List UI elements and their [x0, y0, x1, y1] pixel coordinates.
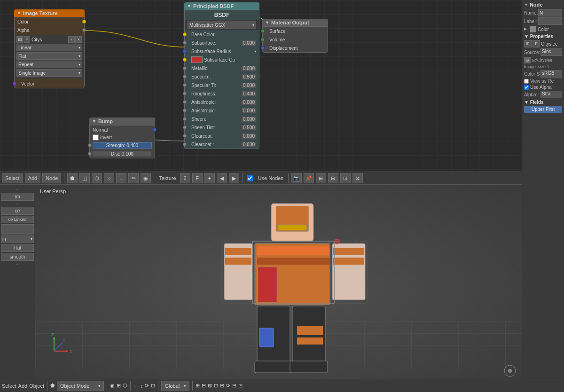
node-material-output-header[interactable]: ▼ Material Output — [262, 19, 328, 26]
bottom-icon-4[interactable]: ↔ — [133, 383, 139, 389]
mode-icon-5[interactable]: □ — [116, 173, 126, 183]
bottom-select-btn[interactable]: Select — [2, 383, 16, 389]
add-button[interactable]: Add — [25, 173, 41, 183]
mode-icon-3[interactable]: ⬡ — [92, 173, 102, 183]
subsurface-socket[interactable] — [183, 41, 187, 45]
dist-field[interactable]: Dist: 0.100 — [93, 151, 152, 157]
view-icon-1[interactable]: ⊞ — [316, 173, 326, 183]
strength-field[interactable]: Strength: 0.400 — [93, 142, 152, 149]
name-input[interactable] — [538, 9, 562, 16]
label-input[interactable] — [538, 17, 562, 25]
mode-icon-2[interactable]: ◫ — [79, 173, 90, 183]
anisotropic-rot-socket[interactable] — [183, 109, 187, 112]
bottom-icon-2[interactable]: ⊞ — [117, 383, 121, 389]
roughness-socket[interactable] — [183, 92, 187, 95]
vector-socket-in[interactable] — [13, 82, 16, 86]
normal-socket-out[interactable] — [153, 128, 157, 132]
strength-socket[interactable] — [88, 143, 92, 147]
upper-first-btn[interactable]: Upper First — [524, 106, 562, 113]
bottom-icon-7[interactable]: ⊡ — [151, 383, 155, 389]
specular-socket[interactable] — [183, 75, 187, 78]
projection-dropdown[interactable]: Flat ▾ — [16, 52, 82, 60]
bsdf-socket-out[interactable] — [260, 75, 261, 76]
slot-number[interactable]: 6 — [180, 173, 190, 183]
new-icon[interactable]: + — [68, 36, 75, 43]
img-icon[interactable]: 🖼 — [16, 36, 23, 43]
view-icon-3[interactable]: ⊡ — [340, 173, 351, 183]
node-button[interactable]: Node — [42, 173, 61, 183]
mode-icon-6[interactable]: ✏ — [128, 173, 139, 183]
bottom-icon-8[interactable]: ⊞ — [196, 383, 200, 389]
bottom-icon-12[interactable]: ⊞ — [220, 383, 224, 389]
color-space-value[interactable]: sRGB — [540, 70, 562, 78]
source-value[interactable]: Sinc — [540, 48, 562, 56]
viewport-3d[interactable]: User Persp — [35, 185, 522, 392]
surface-socket[interactable] — [261, 29, 265, 33]
alpha-mode-value[interactable]: Stra — [540, 91, 562, 98]
view-icon-4[interactable]: ⊠ — [352, 173, 363, 183]
bottom-object-btn[interactable]: Object — [29, 383, 44, 389]
nav-right-icon[interactable]: ▶ — [229, 173, 239, 183]
bottom-add-btn[interactable]: Add — [18, 383, 28, 389]
metallic-socket[interactable] — [183, 66, 187, 70]
alpha-socket-out[interactable] — [82, 28, 86, 32]
nav-left-icon[interactable]: ◀ — [217, 173, 227, 183]
bottom-icon-5[interactable]: ↕ — [141, 383, 143, 389]
mode-icon-4[interactable]: ○ — [104, 173, 114, 183]
node-image-texture-header[interactable]: ▼ Image Texture — [14, 9, 85, 17]
pin-icon[interactable]: 📌 — [304, 173, 314, 183]
bottom-icon-6[interactable]: ⟳ — [145, 383, 149, 389]
mode-icon-7[interactable]: ◉ — [141, 173, 151, 183]
anisotropic-socket[interactable] — [183, 100, 187, 104]
source-dropdown[interactable]: Single Image ▾ — [16, 69, 82, 77]
node-principled-header[interactable]: ▼ Principled BSDF — [184, 2, 259, 10]
img-icon2[interactable]: F — [24, 36, 30, 43]
left-dropdown[interactable]: in ▾ — [1, 235, 34, 243]
distribution-dropdown[interactable]: Multiscatter GGX ▾ — [188, 21, 256, 29]
sheen-tint-socket[interactable] — [183, 125, 187, 129]
slot-letter[interactable]: F — [192, 173, 203, 183]
render-icon[interactable]: 📷 — [291, 173, 302, 183]
subsurface-radius-socket[interactable] — [183, 49, 187, 53]
subsurface-color-socket[interactable] — [183, 58, 187, 62]
node-bump-header[interactable]: ▼ Bump — [89, 118, 155, 125]
repeat-dropdown[interactable]: Repeat ▾ — [16, 61, 82, 68]
select-button[interactable]: Select — [2, 173, 23, 183]
dist-socket[interactable] — [88, 152, 92, 156]
left-btn-rm[interactable]: rm — [1, 193, 34, 201]
invert-checkbox[interactable] — [93, 134, 99, 141]
icon-btn-1[interactable]: ⊞ — [524, 40, 532, 47]
object-mode-dropdown[interactable]: Object Mode ▾ — [57, 381, 104, 391]
bottom-icon-9[interactable]: ⊟ — [202, 383, 206, 389]
left-input-1[interactable] — [1, 224, 34, 234]
use-alpha-checkbox[interactable] — [524, 85, 529, 90]
color-swatch[interactable] — [530, 26, 536, 32]
clearcoat-socket[interactable] — [183, 134, 187, 138]
use-nodes-checkbox[interactable] — [247, 175, 253, 181]
interpolation-dropdown[interactable]: Linear ▾ — [16, 44, 82, 51]
bottom-icon-13[interactable]: ⟳ — [226, 383, 230, 389]
icon-btn-2[interactable]: F — [533, 40, 540, 47]
displacement-socket[interactable] — [261, 46, 265, 50]
global-dropdown[interactable]: Global ▾ — [161, 381, 189, 391]
left-btn-smooth[interactable]: smooth — [1, 253, 34, 261]
specular-tint-socket[interactable] — [183, 83, 187, 87]
clearcoat-rough-socket[interactable] — [183, 142, 187, 146]
add-slot-icon[interactable]: + — [204, 173, 215, 183]
left-btn-flat[interactable]: Flat — [1, 244, 34, 252]
bottom-icon-14[interactable]: ⊟ — [232, 383, 236, 389]
bottom-mode-icon[interactable]: ⬟ — [50, 383, 55, 389]
bottom-icon-10[interactable]: ⊠ — [208, 383, 212, 389]
volume-socket[interactable] — [261, 38, 265, 41]
sheen-socket[interactable] — [183, 117, 187, 121]
bottom-icon-15[interactable]: ⊡ — [238, 383, 243, 389]
bottom-icon-11[interactable]: ⊡ — [214, 383, 218, 389]
mode-icon-1[interactable]: ⬟ — [67, 173, 78, 183]
bottom-icon-1[interactable]: ◉ — [110, 383, 115, 389]
view-as-re-checkbox[interactable] — [524, 79, 529, 84]
left-btn-ce[interactable]: ce — [1, 207, 34, 215]
subsurface-swatch[interactable] — [191, 56, 203, 63]
color-socket-out[interactable] — [82, 20, 86, 24]
view-icon-2[interactable]: ⊟ — [328, 173, 338, 183]
left-btn-ce-linked[interactable]: ce Linked — [1, 216, 34, 223]
